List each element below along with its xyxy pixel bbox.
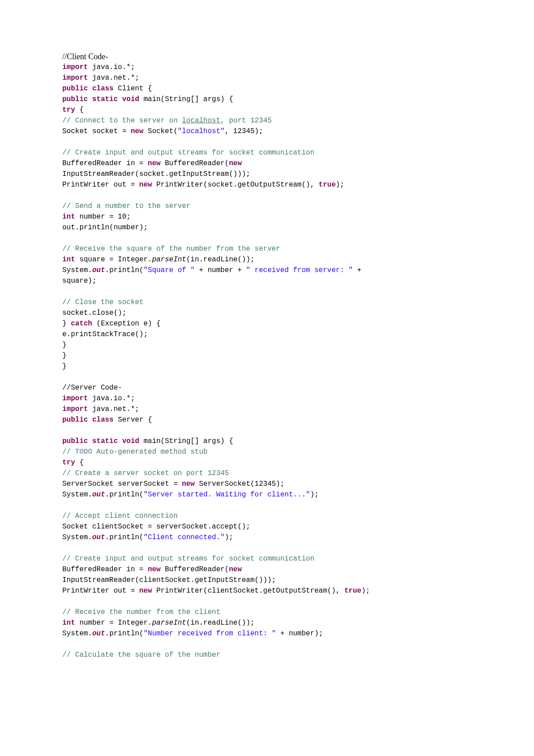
code-line: Socket socket = new Socket("localhost", …	[62, 126, 472, 137]
code-line: PrintWriter out = new PrintWriter(socket…	[62, 179, 472, 190]
code-line: import java.io.*;	[62, 393, 472, 404]
code-line: // Accept client connection	[62, 511, 472, 521]
blank-line	[62, 233, 472, 244]
code-line: System.out.println("Client connected.");	[62, 532, 472, 543]
code-line: }	[62, 340, 472, 350]
code-line: System.out.println("Server started. Wait…	[62, 489, 472, 500]
code-line: int square = Integer.parseInt(in.readLin…	[62, 254, 472, 265]
code-line: // Receive the square of the number from…	[62, 244, 472, 254]
blank-line	[62, 425, 472, 436]
code-line: socket.close();	[62, 308, 472, 318]
code-line: ServerSocket serverSocket = new ServerSo…	[62, 479, 472, 489]
code-line: public class Server {	[62, 415, 472, 425]
section-title-client: //Client Code-	[62, 51, 472, 62]
code-line: // Create input and output streams for s…	[62, 553, 472, 564]
code-line: int number = 10;	[62, 211, 472, 222]
code-line: System.out.println("Square of " + number…	[62, 265, 472, 276]
code-line: out.println(number);	[62, 222, 472, 233]
code-line: // Connect to the server on localhost, p…	[62, 115, 472, 126]
code-line: int number = Integer.parseInt(in.readLin…	[62, 618, 472, 628]
blank-line	[62, 137, 472, 147]
code-line: try {	[62, 105, 472, 115]
code-line: // Send a number to the server	[62, 201, 472, 211]
code-line: e.printStackTrace();	[62, 329, 472, 340]
code-line: System.out.println("Number received from…	[62, 628, 472, 639]
code-line: public static void main(String[] args) {	[62, 94, 472, 105]
blank-line	[62, 500, 472, 511]
code-line: }	[62, 350, 472, 361]
blank-line	[62, 543, 472, 553]
code-line: } catch (Exception e) {	[62, 318, 472, 329]
blank-line	[62, 639, 472, 650]
code-line: // TODO Auto-generated method stub	[62, 447, 472, 457]
code-line: // Create input and output streams for s…	[62, 147, 472, 158]
code-line: import java.net.*;	[62, 404, 472, 415]
code-line: InputStreamReader(socket.getInputStream(…	[62, 169, 472, 179]
blank-line	[62, 286, 472, 297]
code-line: InputStreamReader(clientSocket.getInputS…	[62, 575, 472, 585]
code-line: BufferedReader in = new BufferedReader(n…	[62, 158, 472, 169]
code-line: BufferedReader in = new BufferedReader(n…	[62, 564, 472, 575]
code-line: // Close the socket	[62, 297, 472, 308]
code-document: //Client Code- import java.io.*; import …	[0, 0, 534, 756]
blank-line	[62, 596, 472, 607]
code-line: // Create a server socket on port 12345	[62, 468, 472, 479]
code-line: import java.io.*;	[62, 62, 472, 73]
section-title-server: //Server Code-	[62, 382, 472, 393]
code-line: square);	[62, 276, 472, 286]
code-line: // Calculate the square of the number	[62, 650, 472, 660]
code-line: }	[62, 361, 472, 372]
code-line: // Receive the number from the client	[62, 607, 472, 618]
code-line: public class Client {	[62, 83, 472, 94]
code-line: public static void main(String[] args) {	[62, 436, 472, 447]
code-line: try {	[62, 457, 472, 468]
code-line: PrintWriter out = new PrintWriter(client…	[62, 585, 472, 596]
code-line: Socket clientSocket = serverSocket.accep…	[62, 521, 472, 532]
blank-line	[62, 190, 472, 201]
code-line: import java.net.*;	[62, 73, 472, 83]
blank-line	[62, 372, 472, 382]
